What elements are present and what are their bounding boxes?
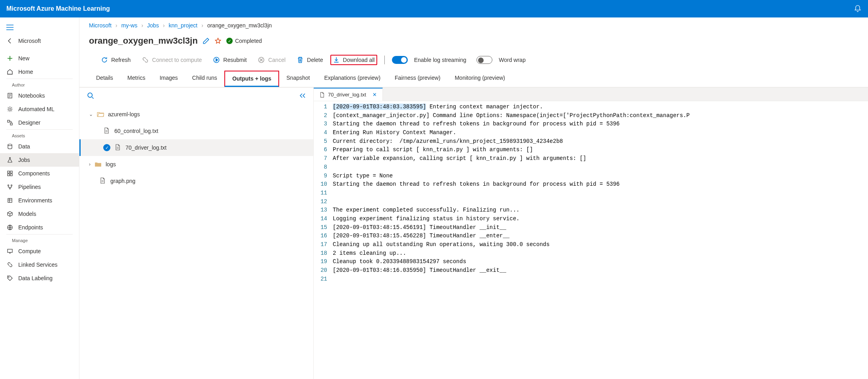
edit-icon[interactable] [203,37,210,44]
code-line: 17Cleaning up all outstanding Run operat… [314,240,868,249]
nav-data-labeling[interactable]: Data Labeling [0,271,79,285]
collapse-pane-icon[interactable] [299,93,306,98]
nav-section-assets: Assets [0,129,79,140]
code-line: 1[2020-09-01T03:48:03.383595] Entering c… [314,103,868,112]
nav-compute[interactable]: Compute [0,244,79,258]
tab-monitoring[interactable]: Monitoring (preview) [448,71,512,87]
code-line: 14Logging experiment finalizing status i… [314,215,868,223]
designer-icon [6,119,14,126]
chevron-right-icon: › [89,162,91,167]
svg-rect-6 [10,171,12,173]
nav-linked-services[interactable]: Linked Services [0,258,79,271]
pipelines-icon [6,183,14,190]
nav-notebooks[interactable]: Notebooks [0,89,79,102]
refresh-button[interactable]: Refresh [97,54,135,66]
tab-fairness[interactable]: Fairness (preview) [388,71,448,87]
chevron-right-icon: › [201,22,203,29]
file-tree: ⌄ azureml-logs 60_control_log.txt ✓ 70_d… [79,104,313,379]
close-icon[interactable]: ✕ [372,92,377,98]
main-content: Microsoft› my-ws› Jobs› knn_project› ora… [79,17,868,379]
folder-icon [95,161,102,168]
tab-details[interactable]: Details [89,71,120,87]
nav-designer[interactable]: Designer [0,116,79,129]
nav-home[interactable]: Home [0,65,79,79]
cancel-button: Cancel [254,54,289,66]
tab-metrics[interactable]: Metrics [120,71,152,87]
log-streaming-label: Enable log streaming [414,57,467,63]
code-line: 5Current directory: /tmp/azureml_runs/kn… [314,137,868,146]
separator [384,56,385,64]
editor-pane: 70_driver_log.txt ✕ 1[2020-09-01T03:48:0… [314,88,868,379]
tree-folder[interactable]: ⌄ azureml-logs [79,106,313,123]
breadcrumb-link[interactable]: Microsoft [89,22,112,29]
file-icon [99,177,106,185]
folder-open-icon [97,111,104,118]
word-wrap-toggle[interactable] [476,56,492,64]
code-line: 11 [314,189,868,198]
log-streaming-toggle[interactable] [392,56,408,64]
play-icon [213,56,220,63]
svg-point-9 [8,185,9,186]
notebook-icon [6,92,14,99]
folder-name: azureml-logs [108,111,140,117]
resubmit-button[interactable]: Resubmit [209,54,251,66]
download-all-button[interactable]: Download all [330,55,377,65]
search-icon[interactable] [87,92,95,100]
code-line: 21 [314,275,868,284]
nav-endpoints[interactable]: Endpoints [0,221,79,234]
file-icon [114,144,122,151]
nav-jobs[interactable]: Jobs [0,153,79,167]
nav-back[interactable]: Microsoft [0,34,79,48]
nav-environments[interactable]: Environments [0,194,79,207]
star-icon[interactable] [214,37,222,44]
nav-components[interactable]: Components [0,167,79,180]
svg-point-10 [11,185,12,186]
nav-new[interactable]: New [0,52,79,65]
breadcrumb-link[interactable]: knn_project [169,22,197,29]
tab-snapshot[interactable]: Snapshot [279,71,317,87]
nav-data[interactable]: Data [0,140,79,153]
breadcrumb: Microsoft› my-ws› Jobs› knn_project› ora… [79,17,868,33]
automl-icon [6,106,14,113]
code-line: 20[2020-09-01T03:48:16.035950] TimeoutHa… [314,266,868,275]
svg-rect-3 [10,123,12,125]
nav-section-author: Author [0,79,79,89]
nav-automl[interactable]: Automated ML [0,102,79,116]
selected-badge-icon: ✓ [103,144,110,151]
home-icon [6,68,14,75]
left-nav: Microsoft New Home Author Notebooks Auto… [0,17,79,379]
outputs-content: ⌄ azureml-logs 60_control_log.txt ✓ 70_d… [79,87,868,379]
tab-explanations[interactable]: Explanations (preview) [317,71,388,87]
tab-child-runs[interactable]: Child runs [185,71,224,87]
editor-tabs: 70_driver_log.txt ✕ [314,88,868,101]
file-icon [319,92,325,98]
svg-rect-8 [10,174,12,176]
code-line: 10Starting the daemon thread to refresh … [314,180,868,189]
file-tree-pane: ⌄ azureml-logs 60_control_log.txt ✓ 70_d… [79,88,314,379]
tree-file[interactable]: graph.png [79,173,313,189]
tree-file[interactable]: 60_control_log.txt [79,123,313,139]
tree-file-selected[interactable]: ✓ 70_driver_log.txt [79,139,313,156]
app-title: Microsoft Azure Machine Learning [6,5,110,12]
word-wrap-label: Word wrap [499,57,525,63]
tab-images[interactable]: Images [152,71,185,87]
code-line: 8 [314,163,868,172]
flask-icon [6,156,14,164]
hamburger-icon[interactable] [0,21,79,34]
notification-bell-icon[interactable] [854,5,862,13]
folder-name: logs [106,161,116,167]
code-line: 182 items cleaning up... [314,249,868,258]
breadcrumb-current: orange_oxygen_mw3cl3jn [207,22,272,29]
svg-point-1 [9,108,11,110]
nav-pipelines[interactable]: Pipelines [0,180,79,194]
code-editor[interactable]: 1[2020-09-01T03:48:03.383595] Entering c… [314,101,868,379]
breadcrumb-link[interactable]: Jobs [147,22,159,29]
nav-models[interactable]: Models [0,207,79,221]
tree-folder[interactable]: › logs [79,156,313,173]
tab-outputs-logs[interactable]: Outputs + logs [224,71,279,87]
breadcrumb-link[interactable]: my-ws [121,22,137,29]
editor-tab[interactable]: 70_driver_log.txt ✕ [314,88,383,101]
svg-rect-2 [8,120,10,122]
link-icon [6,261,14,268]
delete-button[interactable]: Delete [293,54,327,66]
